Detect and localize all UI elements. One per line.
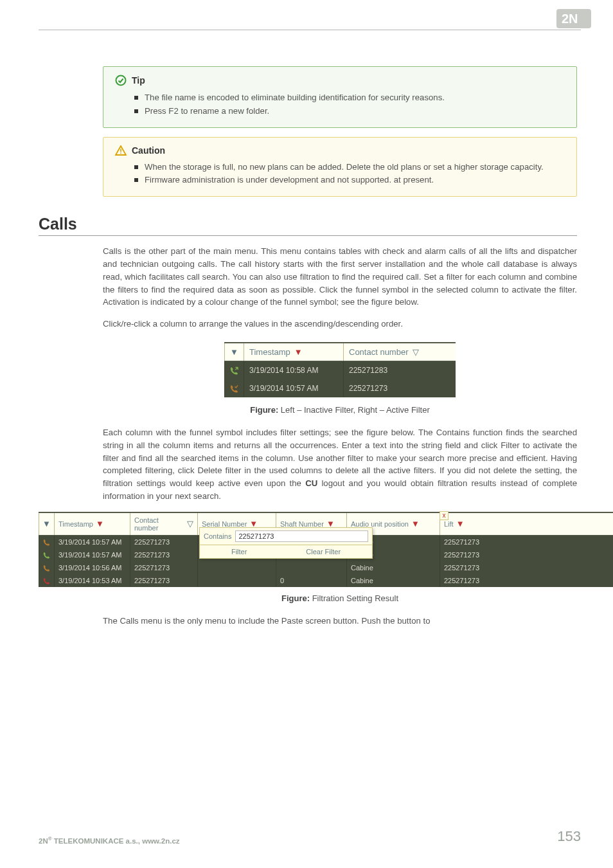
row-icon-cell (224, 379, 244, 397)
phone-check-icon (43, 538, 50, 546)
phone-alert-icon (43, 577, 50, 584)
contact-header: Contact number ▽ (343, 343, 456, 361)
phone-outgoing-icon (230, 366, 238, 375)
timestamp-cell: 3/19/2014 10:56 AM (54, 561, 130, 574)
timestamp-cell: 3/19/2014 10:58 AM (244, 361, 343, 379)
serial-cell (197, 561, 276, 574)
table-row: 3/19/2014 10:53 AM 225271273 0 Cabine 22… (39, 574, 613, 587)
timestamp-header: Timestamp ▼ (54, 513, 130, 535)
lift-cell: 225271273 (440, 561, 613, 574)
sort-instruction-text: Click/re-click a column to arrange the v… (103, 319, 401, 329)
page-footer: 2N® TELEKOMUNIKACE a.s., www.2n.cz 153 (39, 828, 581, 845)
contact-cell: 225271273 (130, 536, 197, 548)
table-row: 3/19/2014 10:57 AM 225271273 (224, 379, 456, 397)
caution-item: Firmware administration is under develop… (145, 174, 565, 186)
filter-input[interactable] (235, 530, 368, 542)
timestamp-cell: 3/19/2014 10:57 AM (244, 379, 343, 397)
caution-header: Caution (115, 145, 565, 156)
figure-2-caption: Figure: Filtration Setting Result (103, 593, 577, 603)
contains-label: Contains (204, 532, 231, 540)
shaft-cell (276, 561, 346, 574)
tip-list: The file name is encoded to eliminate bu… (115, 91, 565, 118)
filter-header-cell: ▼ (39, 513, 54, 535)
funnel-icon: ▼ (42, 519, 51, 529)
footer-company: TELEKOMUNIKACE a.s., www.2n.cz (52, 837, 180, 845)
brand-logo: 2N (556, 9, 591, 31)
contact-cell: 225271273 (343, 379, 456, 397)
clear-filter-x-badge[interactable]: x (440, 511, 449, 520)
phone-outgoing-icon (43, 551, 50, 559)
contact-header: Contact number ▽ (130, 513, 197, 535)
funnel-icon: ▼ (411, 519, 420, 529)
lift-cell: 225271273 (440, 548, 613, 561)
row-icon-cell (39, 561, 54, 574)
caution-item: When the storage is full, no new plans c… (145, 161, 565, 174)
paragraph: Each column with the funnel symbol inclu… (103, 426, 577, 503)
paragraph-center: Click/re-click a column to arrange the v… (103, 318, 577, 330)
footer-brand: 2N (39, 837, 48, 845)
svg-point-2 (116, 76, 126, 86)
row-icon-cell (39, 574, 54, 587)
page: 2N Tip The file name is encoded to elimi… (0, 0, 613, 868)
caption-text: Filtration Setting Result (310, 593, 398, 603)
funnel-outline-icon: ▽ (187, 519, 193, 529)
caption-bold: Figure: (281, 593, 310, 603)
figure-1: ▼ Timestamp ▼ Contact number ▽ 3/19/2014… (103, 342, 577, 397)
contact-cell: 225271273 (130, 574, 197, 587)
row-icon-cell (39, 548, 54, 561)
shaft-cell: 0 (276, 574, 346, 587)
table-row: 3/19/2014 10:58 AM 225271283 (224, 361, 456, 379)
funnel-icon: ▼ (294, 347, 303, 357)
audio-cell: Cabine (346, 561, 440, 574)
sort-instruction-suffix: . (401, 319, 404, 329)
caution-list: When the storage is full, no new plans c… (115, 161, 565, 187)
phone-check-icon (43, 564, 50, 572)
paragraph: The Calls menu is the only menu to inclu… (103, 615, 577, 628)
funnel-outline-icon: ▽ (413, 347, 419, 357)
contact-cell: 225271283 (343, 361, 456, 379)
lift-cell: 225271273 (440, 574, 613, 587)
caution-callout: Caution When the storage is full, no new… (103, 137, 577, 197)
caution-label: Caution (132, 145, 165, 156)
filter-buttons-row: Filter Clear Filter (200, 545, 372, 558)
figure-1-caption: Figure: Left – Inactive Filter, Right – … (103, 405, 577, 415)
contact-header-label: Contact number (349, 347, 409, 357)
caption-text: Left – Inactive Filter, Right – Active F… (278, 405, 430, 415)
section-divider (39, 235, 577, 236)
lift-cell: 225271273 (440, 536, 613, 548)
header-label: Timestamp (58, 520, 93, 528)
header-divider (39, 30, 581, 30)
para2-cu: CU (305, 478, 317, 488)
paragraph: Calls is the other part of the main menu… (103, 245, 577, 309)
audio-cell: Cabine (346, 574, 440, 587)
timestamp-header-label: Timestamp (249, 347, 290, 357)
funnel-icon: ▼ (456, 519, 465, 529)
content-area: Tip The file name is encoded to eliminat… (103, 66, 577, 628)
figure-2-table: ▼ Timestamp ▼ Contact number ▽ Serial Nu… (39, 512, 613, 587)
tip-header: Tip (115, 75, 565, 86)
figure-1-table: ▼ Timestamp ▼ Contact number ▽ 3/19/2014… (224, 342, 456, 397)
filter-button[interactable]: Filter (231, 548, 247, 556)
timestamp-cell: 3/19/2014 10:53 AM (54, 574, 130, 587)
row-icon-cell (39, 536, 54, 548)
contact-cell: 225271273 (130, 548, 197, 561)
row-icon-cell (224, 361, 244, 379)
funnel-icon: ▼ (230, 347, 238, 357)
filter-popup: Contains Filter Clear Filter (199, 527, 373, 559)
svg-rect-3 (120, 149, 121, 152)
footer-left: 2N® TELEKOMUNIKACE a.s., www.2n.cz (39, 836, 180, 845)
check-circle-icon (115, 75, 127, 86)
filter-contains-row: Contains (200, 528, 372, 545)
svg-text:2N: 2N (562, 12, 578, 26)
section-title: Calls (39, 215, 577, 233)
header-label: Contact number (134, 516, 184, 532)
timestamp-header: Timestamp ▼ (244, 343, 343, 361)
warning-triangle-icon (115, 145, 127, 156)
table-row: 3/19/2014 10:56 AM 225271273 Cabine 2252… (39, 561, 613, 574)
tip-callout: Tip The file name is encoded to eliminat… (103, 66, 577, 128)
timestamp-cell: 3/19/2014 10:57 AM (54, 548, 130, 561)
svg-rect-4 (120, 152, 121, 154)
funnel-icon: ▼ (96, 519, 104, 529)
clear-filter-button[interactable]: Clear Filter (306, 548, 341, 556)
figure-2: ▼ Timestamp ▼ Contact number ▽ Serial Nu… (39, 512, 613, 587)
